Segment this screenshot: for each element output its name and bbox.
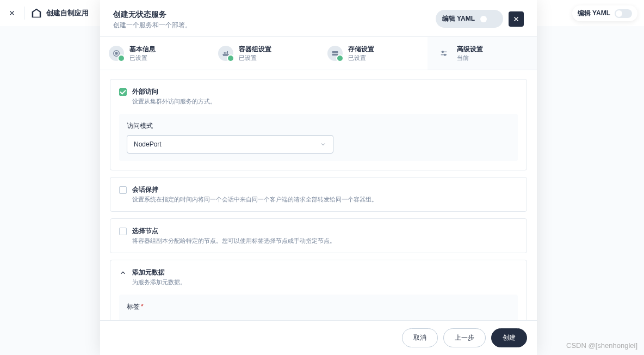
step-status: 当前	[457, 54, 483, 62]
watermark: CSDN @[shenhonglei]	[566, 341, 637, 350]
session-affinity-card: 会话保持 设置系统在指定的时间内将同一个会话中来自同一个客户端的请求全部转发给同…	[110, 177, 527, 212]
chevron-down-icon	[320, 141, 326, 148]
create-service-modal: 创建无状态服务 创建一个服务和一个部署。 编辑 YAML 基本信息 已设置	[100, 0, 537, 355]
svg-point-7	[444, 54, 446, 56]
step-status: 已设置	[129, 54, 156, 62]
step-title: 基本信息	[129, 45, 156, 54]
svg-rect-3	[332, 54, 338, 56]
step-advanced-settings[interactable]: 高级设置 当前	[428, 37, 537, 70]
step-status: 已设置	[239, 54, 271, 62]
section-desc: 将容器组副本分配给特定的节点。您可以使用标签选择节点或手动指定节点。	[132, 237, 336, 245]
create-button[interactable]: 创建	[491, 328, 527, 347]
access-mode-label: 访问模式	[127, 121, 510, 131]
access-mode-select[interactable]: NodePort	[127, 135, 333, 154]
select-node-card: 选择节点 将容器组副本分配给特定的节点。您可以使用标签选择节点或手动指定节点。	[110, 218, 527, 253]
section-title: 选择节点	[132, 227, 336, 236]
storage-icon	[327, 46, 343, 61]
external-access-checkbox[interactable]	[119, 88, 127, 96]
section-title: 会话保持	[132, 185, 377, 194]
metadata-card: 添加元数据 为服务添加元数据。 标签*	[110, 260, 527, 320]
prev-button[interactable]: 上一步	[443, 328, 486, 347]
section-desc: 为服务添加元数据。	[132, 278, 186, 286]
modal-title: 创建无状态服务	[113, 10, 191, 20]
target-icon	[109, 46, 124, 61]
step-title: 高级设置	[457, 45, 483, 54]
yaml-label: 编辑 YAML	[442, 14, 475, 23]
cancel-button[interactable]: 取消	[402, 328, 438, 347]
toggle-icon	[479, 15, 497, 23]
ship-icon	[218, 46, 233, 61]
edit-yaml-button[interactable]: 编辑 YAML	[436, 10, 503, 28]
close-button[interactable]	[509, 11, 524, 27]
step-status: 已设置	[348, 54, 374, 62]
section-title: 外部访问	[132, 87, 216, 96]
session-affinity-checkbox[interactable]	[119, 186, 127, 194]
step-title: 存储设置	[348, 45, 374, 54]
external-access-card: 外部访问 设置从集群外访问服务的方式。 访问模式 NodePort	[110, 79, 527, 170]
labels-label: 标签*	[127, 302, 510, 311]
section-title: 添加元数据	[132, 268, 186, 277]
step-storage-settings[interactable]: 存储设置 已设置	[319, 37, 428, 70]
label-row	[127, 316, 510, 320]
svg-point-1	[115, 52, 117, 54]
step-container-settings[interactable]: 容器组设置 已设置	[209, 37, 319, 70]
modal-subtitle: 创建一个服务和一个部署。	[113, 21, 191, 30]
sliders-icon	[436, 46, 451, 61]
svg-rect-2	[332, 51, 338, 53]
select-node-checkbox[interactable]	[119, 228, 127, 235]
step-basic-info[interactable]: 基本信息 已设置	[100, 37, 209, 70]
select-value: NodePort	[134, 140, 162, 148]
section-desc: 设置从集群外访问服务的方式。	[132, 97, 216, 106]
svg-point-6	[442, 51, 444, 53]
chevron-up-icon[interactable]	[119, 269, 127, 277]
section-desc: 设置系统在指定的时间内将同一个会话中来自同一个客户端的请求全部转发给同一个容器组…	[132, 195, 377, 204]
step-title: 容器组设置	[239, 45, 271, 54]
